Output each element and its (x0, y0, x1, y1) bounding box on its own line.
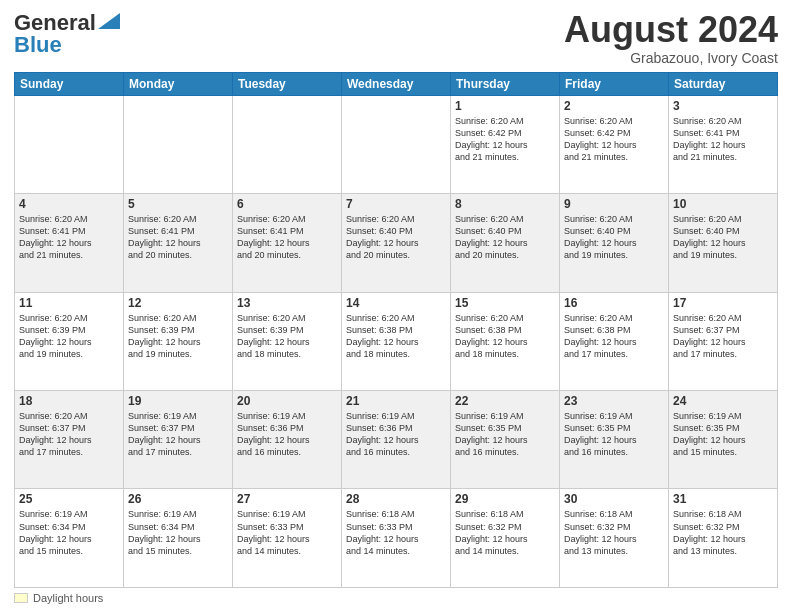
day-number: 28 (346, 492, 446, 506)
day-info: Sunrise: 6:20 AM Sunset: 6:37 PM Dayligh… (673, 312, 773, 361)
day-number: 20 (237, 394, 337, 408)
day-number: 13 (237, 296, 337, 310)
logo-blue-text: Blue (14, 32, 62, 58)
calendar-cell: 25Sunrise: 6:19 AM Sunset: 6:34 PM Dayli… (15, 489, 124, 588)
day-info: Sunrise: 6:18 AM Sunset: 6:32 PM Dayligh… (564, 508, 664, 557)
calendar-cell (15, 95, 124, 193)
calendar-cell: 10Sunrise: 6:20 AM Sunset: 6:40 PM Dayli… (669, 194, 778, 292)
day-info: Sunrise: 6:19 AM Sunset: 6:35 PM Dayligh… (564, 410, 664, 459)
calendar-cell: 18Sunrise: 6:20 AM Sunset: 6:37 PM Dayli… (15, 391, 124, 489)
day-number: 18 (19, 394, 119, 408)
calendar-header-saturday: Saturday (669, 72, 778, 95)
calendar-cell: 16Sunrise: 6:20 AM Sunset: 6:38 PM Dayli… (560, 292, 669, 390)
day-number: 31 (673, 492, 773, 506)
day-info: Sunrise: 6:19 AM Sunset: 6:36 PM Dayligh… (237, 410, 337, 459)
day-info: Sunrise: 6:20 AM Sunset: 6:42 PM Dayligh… (455, 115, 555, 164)
calendar-cell: 24Sunrise: 6:19 AM Sunset: 6:35 PM Dayli… (669, 391, 778, 489)
header: General Blue August 2024 Grabazouo, Ivor… (14, 10, 778, 66)
calendar-cell: 23Sunrise: 6:19 AM Sunset: 6:35 PM Dayli… (560, 391, 669, 489)
calendar-cell: 17Sunrise: 6:20 AM Sunset: 6:37 PM Dayli… (669, 292, 778, 390)
day-info: Sunrise: 6:20 AM Sunset: 6:39 PM Dayligh… (128, 312, 228, 361)
calendar-header-thursday: Thursday (451, 72, 560, 95)
calendar-cell: 31Sunrise: 6:18 AM Sunset: 6:32 PM Dayli… (669, 489, 778, 588)
day-number: 30 (564, 492, 664, 506)
day-info: Sunrise: 6:20 AM Sunset: 6:41 PM Dayligh… (673, 115, 773, 164)
day-info: Sunrise: 6:20 AM Sunset: 6:40 PM Dayligh… (346, 213, 446, 262)
calendar-header-friday: Friday (560, 72, 669, 95)
week-row-3: 11Sunrise: 6:20 AM Sunset: 6:39 PM Dayli… (15, 292, 778, 390)
title-block: August 2024 Grabazouo, Ivory Coast (564, 10, 778, 66)
day-number: 14 (346, 296, 446, 310)
day-number: 10 (673, 197, 773, 211)
calendar-cell: 29Sunrise: 6:18 AM Sunset: 6:32 PM Dayli… (451, 489, 560, 588)
calendar-cell: 26Sunrise: 6:19 AM Sunset: 6:34 PM Dayli… (124, 489, 233, 588)
day-number: 24 (673, 394, 773, 408)
day-number: 9 (564, 197, 664, 211)
day-number: 29 (455, 492, 555, 506)
calendar-cell: 13Sunrise: 6:20 AM Sunset: 6:39 PM Dayli… (233, 292, 342, 390)
day-number: 7 (346, 197, 446, 211)
day-number: 5 (128, 197, 228, 211)
calendar-cell: 21Sunrise: 6:19 AM Sunset: 6:36 PM Dayli… (342, 391, 451, 489)
day-info: Sunrise: 6:19 AM Sunset: 6:33 PM Dayligh… (237, 508, 337, 557)
day-number: 19 (128, 394, 228, 408)
day-number: 23 (564, 394, 664, 408)
calendar-cell: 6Sunrise: 6:20 AM Sunset: 6:41 PM Daylig… (233, 194, 342, 292)
day-number: 17 (673, 296, 773, 310)
calendar-header-sunday: Sunday (15, 72, 124, 95)
day-info: Sunrise: 6:18 AM Sunset: 6:33 PM Dayligh… (346, 508, 446, 557)
week-row-1: 1Sunrise: 6:20 AM Sunset: 6:42 PM Daylig… (15, 95, 778, 193)
legend-icon (14, 593, 28, 603)
day-info: Sunrise: 6:20 AM Sunset: 6:40 PM Dayligh… (564, 213, 664, 262)
calendar-header-tuesday: Tuesday (233, 72, 342, 95)
location: Grabazouo, Ivory Coast (564, 50, 778, 66)
day-number: 12 (128, 296, 228, 310)
calendar-header-row: SundayMondayTuesdayWednesdayThursdayFrid… (15, 72, 778, 95)
calendar-cell: 30Sunrise: 6:18 AM Sunset: 6:32 PM Dayli… (560, 489, 669, 588)
day-info: Sunrise: 6:20 AM Sunset: 6:41 PM Dayligh… (19, 213, 119, 262)
day-info: Sunrise: 6:20 AM Sunset: 6:41 PM Dayligh… (237, 213, 337, 262)
day-number: 27 (237, 492, 337, 506)
logo: General Blue (14, 10, 120, 58)
day-number: 6 (237, 197, 337, 211)
legend-label: Daylight hours (33, 592, 103, 604)
day-info: Sunrise: 6:20 AM Sunset: 6:40 PM Dayligh… (455, 213, 555, 262)
day-info: Sunrise: 6:19 AM Sunset: 6:36 PM Dayligh… (346, 410, 446, 459)
logo-icon (98, 13, 120, 29)
day-number: 4 (19, 197, 119, 211)
calendar-cell: 20Sunrise: 6:19 AM Sunset: 6:36 PM Dayli… (233, 391, 342, 489)
week-row-4: 18Sunrise: 6:20 AM Sunset: 6:37 PM Dayli… (15, 391, 778, 489)
day-info: Sunrise: 6:20 AM Sunset: 6:39 PM Dayligh… (237, 312, 337, 361)
calendar-header-monday: Monday (124, 72, 233, 95)
day-number: 8 (455, 197, 555, 211)
day-number: 3 (673, 99, 773, 113)
calendar-cell: 8Sunrise: 6:20 AM Sunset: 6:40 PM Daylig… (451, 194, 560, 292)
calendar-cell: 12Sunrise: 6:20 AM Sunset: 6:39 PM Dayli… (124, 292, 233, 390)
day-number: 1 (455, 99, 555, 113)
calendar-cell (124, 95, 233, 193)
calendar-cell: 3Sunrise: 6:20 AM Sunset: 6:41 PM Daylig… (669, 95, 778, 193)
day-info: Sunrise: 6:20 AM Sunset: 6:38 PM Dayligh… (455, 312, 555, 361)
day-info: Sunrise: 6:19 AM Sunset: 6:35 PM Dayligh… (455, 410, 555, 459)
calendar-cell: 22Sunrise: 6:19 AM Sunset: 6:35 PM Dayli… (451, 391, 560, 489)
calendar-cell: 14Sunrise: 6:20 AM Sunset: 6:38 PM Dayli… (342, 292, 451, 390)
day-info: Sunrise: 6:20 AM Sunset: 6:38 PM Dayligh… (564, 312, 664, 361)
calendar-cell: 15Sunrise: 6:20 AM Sunset: 6:38 PM Dayli… (451, 292, 560, 390)
day-info: Sunrise: 6:20 AM Sunset: 6:38 PM Dayligh… (346, 312, 446, 361)
day-info: Sunrise: 6:20 AM Sunset: 6:40 PM Dayligh… (673, 213, 773, 262)
day-number: 11 (19, 296, 119, 310)
calendar-cell (233, 95, 342, 193)
calendar-cell: 28Sunrise: 6:18 AM Sunset: 6:33 PM Dayli… (342, 489, 451, 588)
calendar-cell: 11Sunrise: 6:20 AM Sunset: 6:39 PM Dayli… (15, 292, 124, 390)
day-number: 21 (346, 394, 446, 408)
week-row-2: 4Sunrise: 6:20 AM Sunset: 6:41 PM Daylig… (15, 194, 778, 292)
calendar-header-wednesday: Wednesday (342, 72, 451, 95)
calendar-cell: 2Sunrise: 6:20 AM Sunset: 6:42 PM Daylig… (560, 95, 669, 193)
day-info: Sunrise: 6:19 AM Sunset: 6:37 PM Dayligh… (128, 410, 228, 459)
calendar-cell: 7Sunrise: 6:20 AM Sunset: 6:40 PM Daylig… (342, 194, 451, 292)
day-info: Sunrise: 6:20 AM Sunset: 6:42 PM Dayligh… (564, 115, 664, 164)
svg-marker-0 (98, 13, 120, 29)
day-number: 22 (455, 394, 555, 408)
day-info: Sunrise: 6:20 AM Sunset: 6:41 PM Dayligh… (128, 213, 228, 262)
calendar-cell: 5Sunrise: 6:20 AM Sunset: 6:41 PM Daylig… (124, 194, 233, 292)
